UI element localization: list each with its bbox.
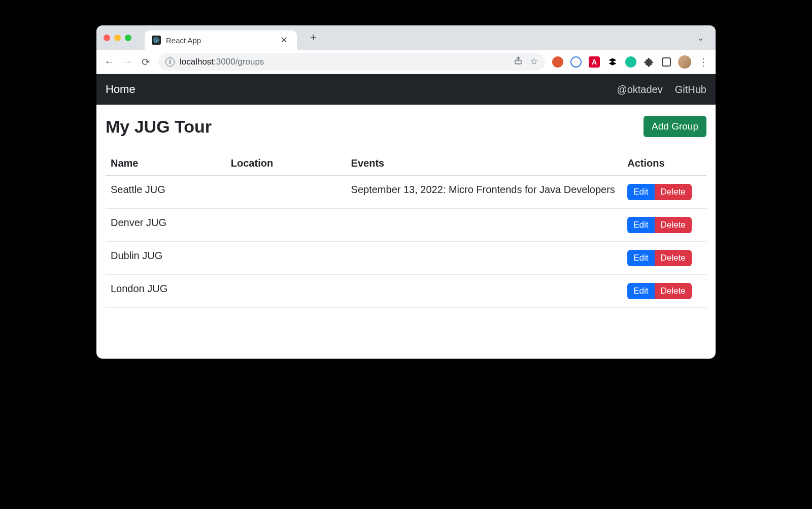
angular-extension-icon[interactable]: A — [589, 56, 600, 68]
add-group-button[interactable]: Add Group — [644, 116, 706, 137]
duckduckgo-extension-icon[interactable] — [552, 56, 563, 68]
browser-tab[interactable]: React App ✕ — [145, 30, 297, 50]
table-row: London JUGEditDelete — [106, 275, 706, 308]
delete-button[interactable]: Delete — [655, 283, 692, 299]
minimize-window-icon[interactable] — [114, 35, 121, 41]
profile-avatar[interactable] — [678, 55, 691, 69]
browser-toolbar: ← → ⟳ i localhost:3000/groups ☆ A — [96, 50, 716, 74]
cell-actions: EditDelete — [622, 275, 706, 308]
url-text: localhost:3000/groups — [180, 57, 264, 67]
buffer-extension-icon[interactable] — [607, 56, 618, 68]
cell-name: Denver JUG — [106, 209, 226, 242]
edit-button[interactable]: Edit — [627, 217, 654, 233]
page-header: My JUG Tour Add Group — [106, 116, 706, 137]
cell-name: Seattle JUG — [106, 176, 226, 209]
nav-link-github[interactable]: GitHub — [675, 84, 706, 96]
cell-events — [346, 242, 623, 275]
edit-button[interactable]: Edit — [627, 283, 654, 299]
grammarly-extension-icon[interactable] — [625, 56, 636, 68]
maximize-window-icon[interactable] — [125, 35, 131, 41]
page-title: My JUG Tour — [106, 117, 644, 137]
cell-events: September 13, 2022: Micro Frontends for … — [346, 176, 623, 209]
cell-location — [226, 242, 346, 275]
col-header-actions: Actions — [622, 151, 706, 176]
cell-actions: EditDelete — [622, 176, 706, 209]
col-header-events: Events — [346, 151, 623, 176]
edit-button[interactable]: Edit — [627, 250, 654, 266]
window-controls — [104, 35, 131, 41]
browser-menu-icon[interactable]: ⋮ — [698, 56, 708, 68]
tab-title: React App — [166, 36, 273, 45]
col-header-name: Name — [106, 151, 226, 176]
new-tab-icon[interactable]: + — [310, 31, 317, 44]
delete-button[interactable]: Delete — [655, 217, 692, 233]
reader-mode-icon[interactable] — [662, 57, 671, 67]
nav-link-oktadev[interactable]: @oktadev — [617, 84, 662, 96]
extension-icons: A ⋮ — [552, 55, 708, 69]
edit-button[interactable]: Edit — [627, 184, 654, 200]
address-bar[interactable]: i localhost:3000/groups ☆ — [158, 53, 545, 71]
cell-events — [346, 275, 623, 308]
cell-name: London JUG — [106, 275, 226, 308]
nav-brand-link[interactable]: Home — [106, 83, 136, 96]
delete-button[interactable]: Delete — [655, 184, 692, 200]
forward-icon[interactable]: → — [122, 56, 133, 68]
cell-events — [346, 209, 623, 242]
cell-name: Dublin JUG — [106, 242, 226, 275]
groups-table: Name Location Events Actions Seattle JUG… — [106, 151, 706, 308]
page-content: My JUG Tour Add Group Name Location Even… — [96, 105, 716, 359]
cell-location — [226, 275, 346, 308]
site-info-icon[interactable]: i — [165, 57, 175, 67]
url-path: :3000/groups — [214, 57, 264, 67]
browser-window: React App ✕ + ⌄ ← → ⟳ i localhost:3000/g… — [96, 25, 716, 359]
table-row: Seattle JUGSeptember 13, 2022: Micro Fro… — [106, 176, 706, 209]
svg-point-3 — [156, 40, 157, 41]
cell-actions: EditDelete — [622, 242, 706, 275]
share-icon[interactable] — [514, 56, 523, 68]
tabs-dropdown-icon[interactable]: ⌄ — [693, 32, 708, 43]
cell-location — [226, 209, 346, 242]
close-tab-icon[interactable]: ✕ — [278, 35, 290, 46]
reload-icon[interactable]: ⟳ — [140, 56, 151, 68]
close-window-icon[interactable] — [104, 35, 110, 41]
table-row: Denver JUGEditDelete — [106, 209, 706, 242]
cell-actions: EditDelete — [622, 209, 706, 242]
cell-location — [226, 176, 346, 209]
table-row: Dublin JUGEditDelete — [106, 242, 706, 275]
table-header-row: Name Location Events Actions — [106, 151, 706, 176]
back-icon[interactable]: ← — [104, 56, 115, 68]
browser-tabstrip: React App ✕ + ⌄ — [96, 25, 716, 50]
react-favicon-icon — [152, 36, 161, 45]
star-icon[interactable]: ☆ — [530, 56, 538, 68]
url-host: localhost — [180, 57, 214, 67]
app-navbar: Home @oktadev GitHub — [96, 74, 716, 105]
col-header-location: Location — [226, 151, 346, 176]
extensions-puzzle-icon[interactable] — [644, 56, 655, 68]
extension-circle-icon[interactable] — [570, 56, 582, 68]
delete-button[interactable]: Delete — [655, 250, 692, 266]
